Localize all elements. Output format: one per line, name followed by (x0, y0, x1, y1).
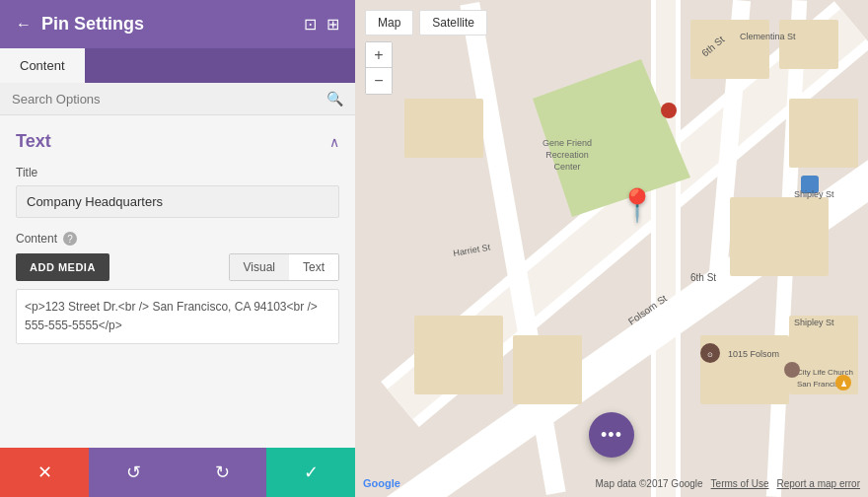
panel-toggle-icon[interactable]: ⊞ (326, 15, 339, 34)
svg-text:Center: Center (553, 162, 580, 172)
svg-text:6th St: 6th St (690, 272, 716, 283)
title-input[interactable] (16, 185, 339, 218)
section-title-text: Text (16, 131, 51, 152)
cancel-icon: ✕ (37, 462, 52, 483)
fab-button[interactable]: ••• (589, 412, 634, 458)
save-button[interactable]: ✓ (266, 448, 355, 497)
svg-text:1015 Folsom: 1015 Folsom (728, 349, 779, 359)
svg-rect-13 (789, 99, 858, 168)
redo-icon: ↻ (215, 462, 230, 483)
save-icon: ✓ (304, 462, 319, 483)
undo-icon: ↺ (126, 462, 141, 483)
collapse-icon[interactable]: ∧ (329, 134, 339, 150)
map-data-label: Map data ©2017 Google (595, 478, 702, 489)
map-controls: Map Satellite (365, 10, 487, 36)
content-label: Content (16, 232, 57, 246)
report-map-error-link[interactable]: Report a map error (777, 478, 860, 489)
map-type-satellite-button[interactable]: Satellite (419, 10, 487, 36)
tab-bar: Content (0, 48, 355, 83)
editor-toolbar: ADD MEDIA Visual Text (16, 253, 339, 281)
expand-icon[interactable]: ⊡ (304, 15, 317, 34)
svg-text:⊙: ⊙ (707, 351, 713, 358)
svg-text:Clementina St: Clementina St (740, 32, 796, 41)
title-field: Title (16, 166, 339, 232)
svg-rect-17 (513, 335, 582, 404)
cancel-button[interactable]: ✕ (0, 448, 89, 497)
zoom-out-button[interactable]: − (366, 68, 392, 94)
svg-rect-16 (414, 316, 503, 394)
panel-title: Pin Settings (41, 14, 294, 35)
view-text-button[interactable]: Text (289, 254, 338, 280)
search-icon: 🔍 (326, 91, 343, 106)
search-input[interactable] (12, 92, 326, 106)
svg-text:Gene Friend: Gene Friend (542, 138, 592, 148)
svg-text:Shipley St: Shipley St (794, 189, 834, 199)
title-label: Title (16, 166, 339, 179)
google-logo: Google (363, 477, 400, 489)
help-icon[interactable]: ? (63, 232, 77, 246)
svg-rect-18 (404, 99, 483, 158)
svg-rect-12 (730, 197, 829, 276)
svg-text:Shipley St: Shipley St (794, 318, 834, 327)
map-footer: Map data ©2017 Google Terms of Use Repor… (595, 478, 860, 489)
panel-header: ← Pin Settings ⊡ ⊞ (0, 0, 355, 48)
svg-rect-4 (656, 0, 676, 497)
zoom-controls: + − (365, 41, 393, 95)
terms-of-use-link[interactable]: Terms of Use (711, 478, 769, 489)
content-text: <p>123 Street Dr.<br /> San Francisco, C… (16, 289, 339, 344)
zoom-in-button[interactable]: + (366, 42, 392, 68)
add-media-button[interactable]: ADD MEDIA (16, 253, 109, 281)
back-icon[interactable]: ← (16, 16, 32, 34)
svg-point-20 (661, 103, 677, 118)
undo-button[interactable]: ↺ (89, 448, 178, 497)
map-panel: 6th St Clementina St Shipley St Shipley … (355, 0, 868, 497)
svg-text:Recreation: Recreation (545, 150, 589, 160)
svg-text:♟: ♟ (840, 380, 847, 389)
svg-point-36 (784, 362, 800, 378)
content-field: Content ? ADD MEDIA Visual Text <p>123 S… (16, 232, 339, 344)
search-bar: 🔍 (0, 83, 355, 115)
panel-body: Text ∧ Title Content ? ADD MEDIA Visual … (0, 115, 355, 448)
redo-button[interactable]: ↻ (178, 448, 266, 497)
bottom-bar: ✕ ↺ ↻ ✓ (0, 448, 355, 497)
map-pin: 📍 (617, 186, 657, 224)
tab-content[interactable]: Content (0, 48, 85, 83)
view-visual-button[interactable]: Visual (230, 254, 289, 280)
svg-rect-11 (779, 20, 838, 69)
left-panel: ← Pin Settings ⊡ ⊞ Content 🔍 Text ∧ Titl… (0, 0, 355, 497)
text-section-header: Text ∧ (16, 131, 339, 152)
content-label-row: Content ? (16, 232, 339, 246)
map-type-map-button[interactable]: Map (365, 10, 413, 36)
view-toggle: Visual Text (229, 253, 339, 281)
